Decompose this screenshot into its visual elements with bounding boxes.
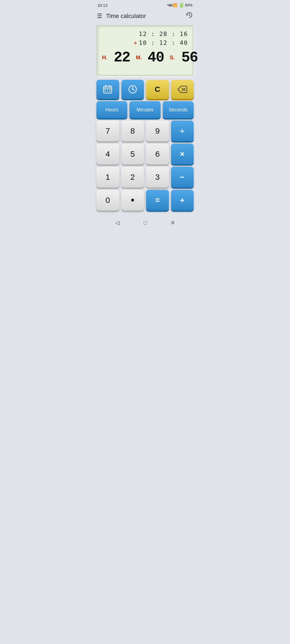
svg-rect-9 [110, 91, 111, 92]
row-123: 1 2 3 − [96, 167, 194, 188]
display-line1: 12 : 28 : 16 [102, 30, 188, 38]
svg-rect-6 [110, 89, 111, 90]
btn-plus[interactable]: + [171, 190, 194, 211]
row-789: 7 8 9 ÷ [96, 120, 194, 141]
plus-sign: + [134, 39, 138, 46]
display-equations: 12 : 28 : 16 +10 : 12 : 40 [102, 30, 188, 47]
seconds-label: Seconds [169, 107, 187, 113]
seconds-label: S. [170, 54, 178, 61]
nav-home-button[interactable]: □ [140, 218, 151, 228]
btn-0[interactable]: 0 [96, 190, 119, 211]
svg-rect-7 [105, 91, 106, 92]
btn-1[interactable]: 1 [96, 167, 119, 188]
btn-multiply[interactable]: × [171, 144, 194, 164]
signal-icon: ⁴4G📶 [167, 3, 177, 7]
btn-8[interactable]: 8 [121, 120, 144, 141]
result-minutes-group: M. 40 [136, 49, 166, 66]
svg-rect-8 [107, 91, 108, 92]
btn-9[interactable]: 9 [146, 120, 169, 141]
btn-3[interactable]: 3 [146, 167, 169, 188]
backspace-button[interactable] [171, 80, 194, 99]
minutes-label: M. [136, 54, 144, 61]
row-0eq: 0 • = + [96, 190, 194, 211]
display-result: H. 22 M. 40 S. 56 [102, 49, 188, 66]
svg-rect-5 [107, 89, 108, 90]
nav-bar: ◁ □ ≡ [93, 214, 197, 232]
hours-label: H. [102, 54, 110, 61]
clear-label: C [155, 85, 160, 94]
row-456: 4 5 6 × [96, 144, 194, 164]
row-special: C [96, 80, 194, 99]
hours-value: 22 [111, 49, 133, 66]
btn-dot[interactable]: • [121, 190, 144, 211]
page-title: Time calculator [106, 13, 182, 20]
hours-button[interactable]: Hours [96, 101, 127, 118]
btn-6[interactable]: 6 [146, 144, 169, 164]
calendar-button[interactable] [96, 80, 119, 99]
btn-5[interactable]: 5 [121, 144, 144, 164]
hours-label: Hours [106, 107, 118, 113]
btn-7[interactable]: 7 [96, 120, 119, 141]
seconds-button[interactable]: Seconds [163, 101, 194, 118]
result-hours-group: H. 22 [102, 49, 133, 66]
btn-4[interactable]: 4 [96, 144, 119, 164]
keypad: C Hours Minutes Seconds 7 8 9 [93, 80, 197, 214]
minutes-button[interactable]: Minutes [129, 101, 160, 118]
history-icon[interactable] [186, 11, 193, 21]
btn-equals[interactable]: = [146, 190, 169, 211]
status-time: 10:12 [97, 3, 108, 8]
nav-back-button[interactable]: ◁ [112, 218, 123, 228]
minutes-label: Minutes [136, 107, 153, 113]
menu-icon[interactable]: ☰ [97, 13, 102, 19]
nav-menu-button[interactable]: ≡ [167, 218, 178, 228]
btn-minus[interactable]: − [171, 167, 194, 188]
battery-percent: 84% [185, 3, 193, 7]
seconds-value: 56 [179, 49, 197, 66]
minutes-value: 40 [145, 49, 166, 66]
battery-container: 🔋 84% [179, 2, 193, 8]
app-header: ☰ Time calculator [93, 9, 197, 23]
row-units: Hours Minutes Seconds [96, 101, 194, 118]
clear-button[interactable]: C [146, 80, 169, 99]
btn-divide[interactable]: ÷ [171, 120, 194, 141]
calculator-display: 12 : 28 : 16 +10 : 12 : 40 H. 22 M. 40 S… [96, 25, 194, 76]
clock-button[interactable] [121, 80, 144, 99]
display-line2: +10 : 12 : 40 [102, 38, 188, 47]
svg-rect-4 [105, 89, 106, 90]
btn-2[interactable]: 2 [121, 167, 144, 188]
result-seconds-group: S. 56 [170, 49, 197, 66]
status-right: ⁴4G📶 🔋 84% [167, 2, 193, 8]
status-bar: 10:12 ⁴4G📶 🔋 84% [93, 0, 197, 9]
svg-point-13 [132, 89, 133, 90]
